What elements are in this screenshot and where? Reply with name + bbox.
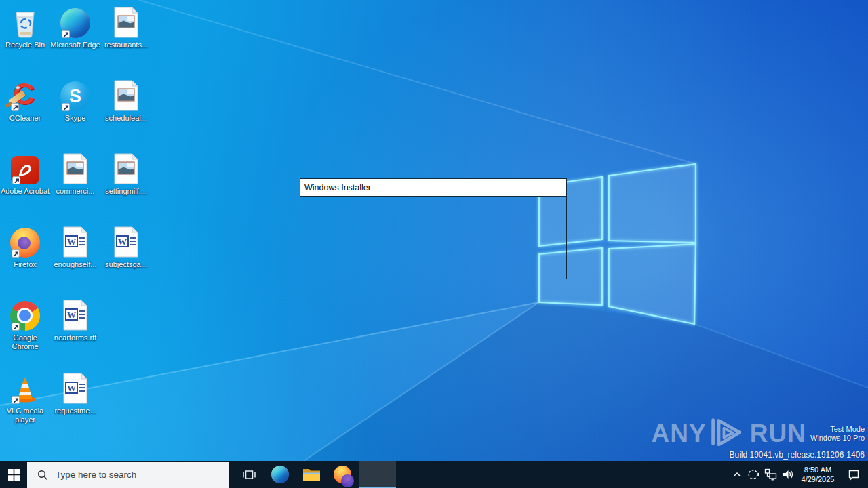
tray-volume-button[interactable] <box>779 461 796 488</box>
desktop-icon-vlc[interactable]: VLC media player <box>0 370 50 424</box>
ccleaner-icon: C ✦ <box>9 77 41 111</box>
taskbar-search[interactable] <box>27 462 229 488</box>
desktop-icon-label: settingmilf.... <box>105 187 147 196</box>
windows-logo-icon <box>8 469 20 481</box>
image-file-icon <box>113 4 139 38</box>
speaker-icon <box>782 469 794 480</box>
svg-text:W: W <box>67 237 76 247</box>
desktop-icon-label: subjectsga... <box>105 260 147 269</box>
shortcut-arrow-icon <box>12 323 20 331</box>
word-file-icon: W <box>62 297 88 331</box>
desktop-icon-microsoft-edge[interactable]: Microsoft Edge <box>50 4 100 49</box>
firefox-icon <box>10 224 40 258</box>
edge-icon <box>60 4 90 38</box>
desktop-icon-restaurants[interactable]: restaurants... <box>101 4 151 49</box>
svg-text:W: W <box>67 310 76 320</box>
desktop-icon-adobe-acrobat[interactable]: Adobe Acrobat <box>0 150 50 196</box>
desktop-icon-label: Microsoft Edge <box>50 41 100 49</box>
tray-network-button[interactable] <box>762 461 779 488</box>
system-tray: 8:50 AM 4/29/2025 <box>728 461 868 488</box>
image-file-icon <box>62 150 88 184</box>
clock-time: 8:50 AM <box>804 465 831 474</box>
notification-bubble-icon <box>848 469 860 481</box>
desktop-icon-label: nearforms.rtf <box>54 333 96 342</box>
desktop-icon-settingmilf[interactable]: settingmilf.... <box>101 150 151 196</box>
taskbar-file-explorer-button[interactable] <box>296 461 327 488</box>
os-edition-label: Windows 10 Pro <box>810 434 865 443</box>
windows-desktop: Recycle Bin Microsoft Edge <box>0 0 868 488</box>
desktop-icon-label: Google Chrome <box>0 333 50 351</box>
desktop-icon-nearforms[interactable]: W nearforms.rtf <box>50 297 100 342</box>
show-hidden-icons-button[interactable] <box>728 461 745 488</box>
desktop-icon-skype[interactable]: S Skype <box>50 77 100 123</box>
tray-recording-button[interactable] <box>745 461 762 488</box>
desktop-icon-firefox[interactable]: Firefox <box>0 224 50 269</box>
desktop-icon-subjectsga[interactable]: W subjectsga... <box>101 224 151 269</box>
desktop-icon-label: enoughself... <box>54 260 97 269</box>
anyrun-brand-run: RUN <box>750 420 806 447</box>
shortcut-arrow-icon <box>62 30 70 38</box>
windows-installer-dialog[interactable]: Windows Installer <box>300 178 567 279</box>
acrobat-icon <box>11 150 39 184</box>
task-view-button[interactable] <box>233 461 264 488</box>
taskbar-empty-area <box>396 461 728 488</box>
image-file-icon <box>113 150 139 184</box>
dialog-title: Windows Installer <box>304 183 371 192</box>
image-file-icon <box>113 77 139 111</box>
vlc-icon <box>10 370 40 404</box>
dialog-body <box>300 197 566 279</box>
shortcut-arrow-icon <box>12 396 20 404</box>
test-mode-label: Test Mode <box>810 425 865 434</box>
skype-icon: S <box>60 77 90 111</box>
desktop-icon-label: scheduleal... <box>105 114 147 123</box>
word-file-icon: W <box>62 370 88 404</box>
taskbar-firefox-button[interactable] <box>327 461 358 488</box>
desktop-icon-label: Skype <box>65 114 86 123</box>
os-build-label: Build 19041.vb_release.191206-1406 <box>652 450 865 460</box>
anyrun-watermark: ANY RUN Test Mode Windows 10 Pro Build 1… <box>652 418 865 460</box>
chrome-icon <box>10 297 40 331</box>
word-file-icon: W <box>113 224 139 258</box>
firefox-icon <box>334 466 351 483</box>
clock-date: 4/29/2025 <box>802 474 835 484</box>
svg-text:W: W <box>67 383 76 393</box>
edge-icon <box>271 466 289 483</box>
taskbar-edge-button[interactable] <box>264 461 296 488</box>
dialog-titlebar[interactable]: Windows Installer <box>300 179 566 197</box>
desktop-icon-label: Recycle Bin <box>5 41 45 49</box>
dashed-circle-icon <box>747 468 760 481</box>
desktop-icon-label: CCleaner <box>9 114 41 123</box>
shortcut-arrow-icon <box>62 103 70 111</box>
action-center-button[interactable] <box>840 461 868 488</box>
taskbar-clock[interactable]: 8:50 AM 4/29/2025 <box>796 461 840 488</box>
shortcut-arrow-icon <box>12 176 20 184</box>
search-icon <box>37 470 48 481</box>
desktop-icon-label: commerci... <box>56 187 95 196</box>
shortcut-arrow-icon <box>11 103 19 111</box>
recycle-bin-icon <box>10 4 40 38</box>
desktop-icon-label: Adobe Acrobat <box>1 187 50 196</box>
svg-text:W: W <box>118 237 127 247</box>
desktop-icon-commerci[interactable]: commerci... <box>50 150 100 196</box>
desktop-icon-ccleaner[interactable]: C ✦ CCleaner <box>0 77 50 123</box>
shortcut-arrow-icon <box>12 249 20 258</box>
desktop-icon-google-chrome[interactable]: Google Chrome <box>0 297 50 351</box>
ethernet-network-icon <box>764 468 777 481</box>
desktop-icon-recycle-bin[interactable]: Recycle Bin <box>0 4 50 49</box>
anyrun-play-logo <box>709 418 747 449</box>
task-view-icon <box>243 469 256 481</box>
start-button[interactable] <box>0 461 27 488</box>
taskbar: 8:50 AM 4/29/2025 <box>0 461 868 488</box>
file-explorer-icon <box>302 467 321 482</box>
desktop-icon-scheduleal[interactable]: scheduleal... <box>101 77 151 123</box>
desktop-icon-label: VLC media player <box>0 407 50 424</box>
desktop-icon-label: Firefox <box>14 260 37 269</box>
desktop-icon-label: requestme... <box>54 407 96 415</box>
desktop-icon-enoughself[interactable]: W enoughself... <box>50 224 100 269</box>
desktop-icon-requestme[interactable]: W requestme... <box>50 370 100 415</box>
taskbar-active-window-button[interactable] <box>359 461 396 488</box>
chevron-up-icon <box>732 470 742 479</box>
search-input[interactable] <box>54 469 183 481</box>
word-file-icon: W <box>62 224 88 258</box>
anyrun-brand-any: ANY <box>652 420 707 447</box>
